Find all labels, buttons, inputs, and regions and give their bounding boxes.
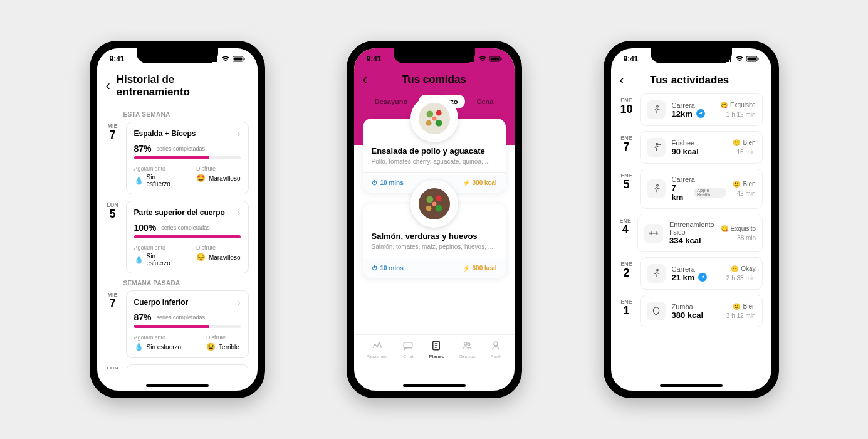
activity-card[interactable]: Carrera 7 km Apple Health 🙂Bien 42 min <box>640 169 763 209</box>
phone-meals: 9:41 ‹ Tus comidas DesayunoAlmuerzoCena … <box>347 41 522 398</box>
svg-rect-1 <box>233 58 242 61</box>
workout-card[interactable]: Parte superior del cuerpo› 100%series co… <box>126 201 249 273</box>
activity-type-icon <box>647 179 666 198</box>
svg-rect-29 <box>747 58 756 61</box>
activity-card[interactable]: Zumba 380 kcal 🙂Bien 3 h 12 min <box>640 295 763 327</box>
activity-metric: 12km <box>672 109 714 119</box>
workout-title: Cuerpo inferior <box>134 298 189 307</box>
enjoyment-label: Disfrute <box>196 166 241 172</box>
tabbar-chat-icon <box>402 340 414 352</box>
meal-card[interactable]: Salmón, verduras y huevos Salmón, tomate… <box>363 204 506 278</box>
series-label: series completadas <box>157 314 206 320</box>
svg-point-26 <box>468 343 471 346</box>
mood-emoji-icon: 😐 <box>731 265 738 272</box>
series-label: series completadas <box>161 225 210 231</box>
svg-rect-30 <box>758 58 759 60</box>
apple-health-badge: Apple Health <box>694 188 727 198</box>
tabbar-planes[interactable]: Planes <box>429 340 444 359</box>
activity-row: ENE10 Carrera 12km 😋Exquisito 1 h 12 min <box>620 93 763 126</box>
workout-card[interactable]: Espalda + Bíceps› 87%series completadas … <box>126 122 249 194</box>
tabbar-grupos[interactable]: Grupos <box>459 340 475 359</box>
svg-rect-5 <box>501 58 502 60</box>
activity-date: ENE10 <box>620 93 634 126</box>
activity-card[interactable]: Frisbee 90 kcal 🙂Bien 16 min <box>640 131 763 164</box>
progress-bar <box>134 235 241 238</box>
tabbar-perfil-icon <box>490 340 501 352</box>
series-label: series completadas <box>157 145 206 152</box>
meal-image <box>410 180 458 228</box>
workout-card[interactable]: Espalda + Bíceps› 50%series completadas … <box>126 364 249 369</box>
enjoyment-emoji-icon: 😔 <box>196 253 206 262</box>
activity-date: ENE7 <box>620 131 634 164</box>
phone-activities: 9:41 ‹ Tus actividades ENE10 Carrera 12k… <box>604 41 779 398</box>
enjoyment-label: Disfrute <box>196 245 241 251</box>
activity-metric: 21 km <box>672 273 720 282</box>
svg-point-31 <box>656 105 658 107</box>
progress-bar <box>134 156 241 159</box>
enjoyment-emoji-icon: 🤩 <box>196 174 206 182</box>
workout-date: MIE7 <box>106 122 120 194</box>
bolt-icon: ⚡ <box>463 265 470 272</box>
activity-metric: 7 km Apple Health <box>672 183 727 202</box>
mood-emoji-icon: 🙂 <box>733 181 740 188</box>
activity-row: ENE1 Zumba 380 kcal 🙂Bien 3 h 12 min <box>620 295 763 327</box>
svg-point-32 <box>656 143 658 145</box>
mood-emoji-icon: 🙂 <box>733 139 740 146</box>
workout-card[interactable]: Cuerpo inferior› 87%series completadas A… <box>126 290 249 358</box>
workout-row: LUN5 Espalda + Bíceps› 50%series complet… <box>106 364 249 369</box>
activity-name: Carrera <box>672 176 727 183</box>
svg-point-25 <box>464 342 468 346</box>
notch <box>394 48 475 63</box>
activity-card[interactable]: Carrera 12km 😋Exquisito 1 h 12 min <box>640 93 763 126</box>
activity-duration: 38 min <box>721 235 756 241</box>
activity-mood: 😐Okay <box>726 265 756 272</box>
svg-point-34 <box>656 184 658 186</box>
meal-kcal: ⚡300 kcal <box>463 265 497 272</box>
activity-type-icon <box>647 302 666 320</box>
mood-emoji-icon: 🙂 <box>733 303 740 310</box>
svg-point-16 <box>436 196 441 201</box>
mood-emoji-icon: 😋 <box>721 225 728 232</box>
activity-name: Carrera <box>672 265 720 273</box>
activity-duration: 3 h 12 min <box>726 312 756 319</box>
progress-bar <box>134 325 241 328</box>
meal-title: Salmón, verduras y huevos <box>372 231 497 241</box>
tabbar-resumen[interactable]: Resumen <box>366 340 387 359</box>
tab-cena[interactable]: Cena <box>469 95 501 108</box>
chevron-right-icon: › <box>238 129 241 139</box>
chevron-right-icon: › <box>238 297 241 307</box>
svg-point-12 <box>432 116 436 120</box>
activity-metric: 90 kcal <box>672 147 727 156</box>
workout-row: LUN5 Parte superior del cuerpo› 100%seri… <box>106 201 249 273</box>
activity-date: ENE2 <box>620 257 634 290</box>
activity-row: ENE4 Entrenamiento físico 334 kcal 😋Exqu… <box>620 214 763 252</box>
exhaustion-emoji-icon: 💧 <box>134 176 144 185</box>
workout-title: Parte superior del cuerpo <box>134 208 225 217</box>
header: ‹ Historial de entrenamiento <box>97 70 258 105</box>
header: ‹ Tus comidas <box>354 70 515 92</box>
back-button[interactable]: ‹ <box>363 73 367 87</box>
svg-point-8 <box>426 110 433 117</box>
svg-rect-2 <box>244 58 245 60</box>
activity-duration: 16 min <box>733 149 755 156</box>
activity-card[interactable]: Entrenamiento físico 334 kcal 😋Exquisito… <box>637 214 763 252</box>
tabbar-label: Planes <box>429 354 444 359</box>
phone-training-history: 9:41 ‹ Historial de entrenamiento ESTA S… <box>90 41 265 398</box>
tabbar-chat[interactable]: Chat <box>402 340 414 359</box>
back-button[interactable]: ‹ <box>106 79 110 93</box>
tabbar-label: Grupos <box>459 354 475 359</box>
location-icon <box>698 273 707 282</box>
activity-card[interactable]: Carrera 21 km 😐Okay 2 h 33 min <box>640 257 763 290</box>
meal-title: Ensalada de pollo y aguacate <box>372 146 497 156</box>
tab-desayuno[interactable]: Desayuno <box>367 95 416 108</box>
activity-date: ENE4 <box>620 214 632 252</box>
activity-duration: 42 min <box>733 190 755 197</box>
notch <box>137 48 218 63</box>
activity-type-icon <box>647 138 666 157</box>
meal-kcal: ⚡300 kcal <box>463 179 497 186</box>
workout-row: MIE7 Cuerpo inferior› 87%series completa… <box>106 290 249 358</box>
page-title: Tus comidas <box>402 73 466 86</box>
section-this-week: ESTA SEMANA <box>123 111 249 118</box>
enjoyment-label: Disfrute <box>206 334 239 341</box>
tabbar-perfil[interactable]: Perfil <box>490 340 501 359</box>
